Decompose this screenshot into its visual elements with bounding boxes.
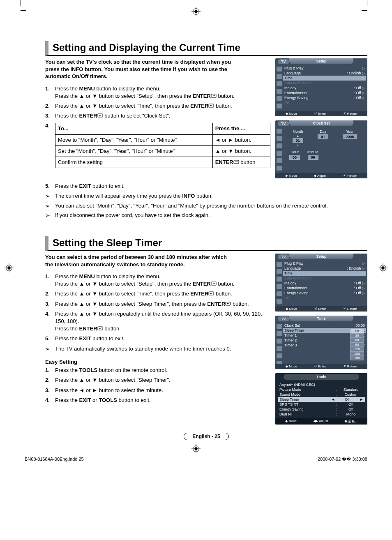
osd-icon [277, 136, 282, 141]
osd-foot-enter: ⏎ Enter [314, 112, 326, 115]
osd-tools-list: Anynet+ (HDMI-CEC)Picture Mode:StandardS… [275, 381, 367, 418]
crop-mark [367, 0, 367, 6]
tools-row: Anynet+ (HDMI-CEC) [279, 382, 363, 387]
crop-mark [21, 5, 26, 11]
dropdown-item: 30 [350, 333, 364, 338]
step-num: 3. [45, 300, 55, 308]
osd-row: PIP [284, 295, 365, 300]
note-arrow-icon: ➢ [45, 192, 55, 201]
osd-row: Time ▷ [283, 76, 366, 81]
note: ➢The current time will appear every time… [45, 192, 367, 201]
table-cell: ENTER button [212, 157, 270, 168]
step-num: 4. [45, 397, 55, 404]
crop-mark [21, 0, 21, 6]
step-num: 2. [45, 290, 55, 298]
step-num: 1. [45, 273, 55, 288]
osd-setup-list: Plug & Play ▷Language: English ▷Time ▷Au… [284, 64, 367, 111]
table-header: Press the.... [212, 123, 270, 134]
osd-icon [277, 151, 282, 156]
osd-footer: ◆ Move ◀▶ Adjust �退 Exit [275, 418, 367, 425]
osd-icon [277, 262, 282, 267]
section1-step5-list: 5.Press the EXIT button to exit. [45, 182, 367, 190]
osd-tv-tab: TV [278, 316, 289, 321]
step-body: Press the TOOLS button on the remote con… [55, 367, 270, 374]
osd-icon [277, 291, 282, 296]
clock-label: Month [293, 129, 303, 134]
step-num: 5. [45, 335, 55, 342]
osd-tv-tab: TV [278, 121, 289, 126]
note: ➢The TV automatically switches to standb… [45, 345, 270, 353]
osd-tools-title: Tools [284, 374, 359, 380]
osd-row: Energy Saving: Off ▷ [284, 291, 365, 295]
registration-mark-left [4, 263, 14, 273]
dropdown-item: 180 [350, 356, 364, 360]
note-arrow-icon: ➢ [45, 345, 55, 353]
registration-mark-right [378, 263, 388, 273]
page-number-badge: English - 25 [184, 433, 229, 440]
osd-icon [277, 284, 282, 289]
dropdown-item: 150 [350, 351, 364, 356]
step-body: Press the MENU button to display the men… [55, 273, 270, 288]
osd-footer: ◆ Move ⏎ Enter ↶ Return [275, 111, 367, 116]
sleep-timer-dropdown: Off306090120150180 [350, 329, 364, 360]
osd-icon [277, 339, 282, 344]
osd-row: Clock Set: 00:00 [284, 323, 365, 328]
osd-foot-adjust: ◆ Adjust [314, 174, 326, 178]
dropdown-item: 120 [350, 347, 364, 351]
osd-setup-1: TV Setup Plug & Play ▷Language: English … [275, 58, 367, 116]
clock-label: Hour [291, 150, 299, 154]
step-body: Press the MENU button to display the men… [55, 85, 270, 100]
step-num: 3. [45, 112, 55, 120]
step-body: Press the ▲ or ▼ button repeatedly until… [55, 310, 270, 333]
section2-steps: 1.Press the MENU button to display the m… [45, 273, 270, 343]
osd-foot-move: ◆ Move [286, 112, 297, 115]
easy-setting-heading: Easy Setting [45, 359, 270, 365]
clock-value: 00 [289, 155, 300, 160]
table-header: To... [55, 123, 213, 134]
clock-label: Day [320, 129, 326, 134]
osd-icon-strip [275, 64, 284, 111]
note-text: The TV automatically switches to standby… [55, 345, 231, 353]
up-arrow-icon: ▲ [296, 134, 299, 137]
step-body: Press the ▲ or ▼ button to select "Sleep… [55, 376, 270, 384]
section1-intro: You can set the TV's clock so that the c… [45, 58, 234, 80]
osd-icon [277, 104, 282, 108]
osd-icon [277, 324, 282, 329]
table-cell: ▲ or ▼ button. [212, 145, 270, 157]
table-cell: Move to "Month", "Day", "Year", "Hour" o… [55, 134, 213, 145]
step-body: Press the EXIT button to exit. [55, 335, 270, 342]
osd-clock-content: Month▲01▼ Day01 Year2008 Hour00 Minute00 [284, 126, 367, 173]
tools-row: Dual I-II:Mono [279, 412, 363, 417]
osd-foot-return: ↶ Return [344, 112, 357, 115]
table-cell: Set the "Month", "Day", "Year", "Hour" o… [55, 145, 213, 157]
section2-intro: You can select a time period of between … [45, 254, 234, 268]
osd-setup-2: TV Setup Plug & Play ▷Language: English … [275, 254, 367, 312]
osd-row: Auto Wall-Mount [284, 276, 365, 281]
osd-tv-tab: TV [278, 254, 289, 259]
table-cell: Confirm the setting [55, 157, 213, 168]
step-num: 5. [45, 182, 55, 190]
osd-icon [277, 89, 282, 94]
section-title-sleep: Setting the Sleep Timer [45, 236, 367, 251]
step-num: 2. [45, 376, 55, 384]
osd-icon [277, 143, 282, 148]
to-press-table: To...Press the.... Move to "Month", "Day… [55, 123, 270, 168]
osd-row: Plug & Play ▷ [284, 261, 365, 266]
tools-row: Energy Saving:Off [279, 407, 363, 412]
note-text: You can also set "Month", "Day", "Year",… [55, 202, 328, 210]
step-num: 3. [45, 387, 55, 394]
osd-foot-move: ◆ Move [286, 365, 297, 368]
clock-value: 01 [318, 134, 328, 139]
osd-foot-adjust: ◀▶ Adjust [313, 419, 328, 424]
osd-footer: ◆ Move ⏎ Enter ↶ Return [275, 364, 367, 369]
footer-filename: BN68-01684A-00Eng.indd 25 [25, 457, 84, 462]
osd-foot-exit: �退 Exit [344, 419, 357, 424]
osd-icon-strip [275, 259, 284, 306]
osd-foot-return: ↶ Return [344, 307, 357, 311]
osd-foot-enter: ⏎ Enter [314, 365, 326, 368]
step-body: Press the ENTER button to select "Clock … [55, 112, 270, 120]
step-body: Press the EXIT or TOOLS button to exit. [55, 397, 270, 404]
osd-row: Time ▷ [283, 271, 366, 276]
osd-setup-list: Plug & Play ▷Language: English ▷Time ▷Au… [284, 259, 367, 306]
clock-value: 01 [293, 138, 303, 143]
